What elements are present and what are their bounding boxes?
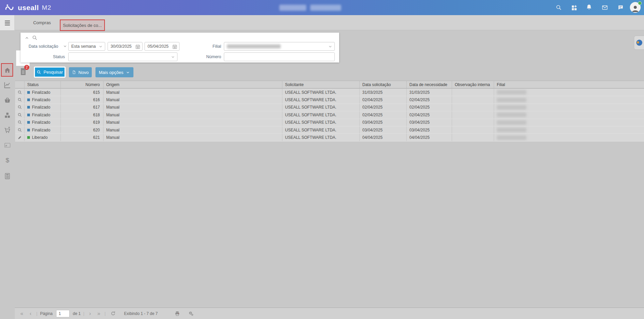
chevron-down-icon bbox=[126, 70, 130, 75]
column-filial[interactable]: Filial bbox=[494, 81, 644, 88]
annotation-basket-highlight bbox=[1, 63, 13, 77]
page-number-input[interactable]: 1 bbox=[56, 310, 70, 317]
status-select[interactable] bbox=[68, 52, 177, 61]
date-field-chevron-icon[interactable] bbox=[63, 44, 67, 48]
mail-icon[interactable] bbox=[601, 4, 608, 11]
chevron-down-icon bbox=[98, 44, 103, 49]
view-magnifier-icon[interactable] bbox=[17, 128, 22, 132]
filial-select[interactable] bbox=[224, 42, 335, 51]
printer-icon[interactable] bbox=[174, 311, 180, 316]
redacted-header-text-2 bbox=[310, 5, 341, 11]
table-row[interactable]: Finalizado 618 Manual USEALL SOFTWARE LT… bbox=[15, 111, 644, 119]
search-icon bbox=[37, 70, 41, 75]
redacted-filial-value bbox=[227, 44, 281, 48]
redacted-header-text-1 bbox=[279, 5, 306, 11]
table-header: Status Número Origem Solicitante Data so… bbox=[15, 81, 644, 88]
view-magnifier-icon[interactable] bbox=[17, 90, 22, 95]
status-square bbox=[27, 121, 30, 124]
calendar-icon[interactable] bbox=[172, 44, 177, 49]
new-document-icon bbox=[72, 70, 76, 75]
page-label: Página bbox=[40, 311, 52, 316]
date-field-selector[interactable]: Data solicitação bbox=[29, 42, 58, 51]
column-solicitante[interactable]: Solicitante bbox=[282, 81, 360, 88]
dollar-icon[interactable] bbox=[4, 157, 11, 164]
side-widget-button[interactable] bbox=[634, 36, 644, 50]
refresh-icon[interactable] bbox=[110, 311, 116, 316]
table-row[interactable]: Finalizado 615 Manual USEALL SOFTWARE LT… bbox=[15, 89, 644, 96]
edit-pencil-icon[interactable] bbox=[17, 135, 22, 140]
chart-icon[interactable] bbox=[4, 81, 11, 89]
table-row[interactable]: Finalizado 620 Manual USEALL SOFTWARE LT… bbox=[15, 126, 644, 134]
filter-panel: Data solicitação Esta semana 30/03/2025 … bbox=[21, 33, 339, 63]
filial-label: Filial bbox=[195, 42, 221, 51]
view-magnifier-icon[interactable] bbox=[17, 105, 22, 110]
status-square bbox=[27, 136, 30, 139]
pager-separator: | bbox=[83, 311, 84, 316]
chevron-down-icon bbox=[328, 44, 332, 49]
redacted-filial-cell bbox=[497, 98, 526, 102]
logo-text: useall bbox=[18, 4, 39, 12]
status-square bbox=[27, 129, 30, 131]
page-of-label: de 1 bbox=[73, 311, 81, 316]
date-from-input[interactable]: 30/03/2025 bbox=[108, 42, 143, 51]
collapse-chevron-up-icon[interactable] bbox=[25, 36, 29, 40]
view-magnifier-icon[interactable] bbox=[17, 113, 22, 117]
column-data-solicitacao[interactable]: Data solicitação bbox=[360, 81, 407, 88]
mais-opcoes-button[interactable]: Mais opções bbox=[95, 67, 133, 77]
view-magnifier-icon[interactable] bbox=[17, 97, 22, 102]
first-page-button[interactable]: « bbox=[17, 311, 26, 317]
view-magnifier-icon[interactable] bbox=[17, 120, 22, 125]
next-page-button[interactable]: › bbox=[86, 311, 94, 317]
pager-separator: | bbox=[36, 311, 37, 316]
tab-compras[interactable]: Compras bbox=[20, 15, 64, 30]
table-body: Finalizado 615 Manual USEALL SOFTWARE LT… bbox=[15, 89, 644, 142]
showing-label: Exibindo 1 - 7 de 7 bbox=[124, 311, 158, 316]
novo-button[interactable]: Novo bbox=[69, 67, 92, 77]
card-icon[interactable] bbox=[4, 142, 11, 149]
basket-icon[interactable] bbox=[4, 96, 11, 104]
status-label: Status bbox=[29, 52, 65, 61]
column-observacao-interna[interactable]: Observação interna bbox=[452, 81, 494, 88]
app-logo: useall M2 bbox=[5, 0, 51, 15]
column-status[interactable]: Status bbox=[25, 81, 61, 88]
date-to-input[interactable]: 05/04/2025 bbox=[145, 42, 179, 51]
table-row[interactable]: Finalizado 619 Manual USEALL SOFTWARE LT… bbox=[15, 119, 644, 126]
calculator-icon[interactable] bbox=[4, 172, 11, 180]
date-preset-select[interactable]: Esta semana bbox=[68, 42, 105, 51]
column-data-necessidade[interactable]: Data de necessidade bbox=[407, 81, 452, 88]
table-row[interactable]: Finalizado 616 Manual USEALL SOFTWARE LT… bbox=[15, 96, 644, 104]
redacted-filial-cell bbox=[497, 135, 526, 140]
cart-plus-icon[interactable] bbox=[4, 126, 11, 134]
status-square bbox=[27, 106, 30, 109]
column-origem[interactable]: Origem bbox=[104, 81, 282, 88]
redacted-filial-cell bbox=[497, 128, 526, 132]
tab-solicitacoes[interactable]: Solicitações de co... bbox=[60, 19, 105, 31]
last-page-button[interactable]: » bbox=[94, 311, 103, 317]
online-status-dot bbox=[638, 1, 642, 5]
calendar-icon[interactable] bbox=[135, 44, 140, 49]
status-square bbox=[27, 98, 30, 101]
column-numero[interactable]: Número bbox=[61, 81, 104, 88]
redacted-filial-cell bbox=[497, 90, 526, 94]
pagination-bar: « ‹ | Página 1 de 1 | › » | Exibindo 1 -… bbox=[15, 308, 644, 319]
pager-separator: | bbox=[105, 311, 106, 316]
menu-icon[interactable] bbox=[0, 15, 15, 30]
redacted-filial-cell bbox=[497, 120, 526, 125]
pending-count-badge: 2 bbox=[24, 65, 29, 70]
top-bar: useall M2 bbox=[0, 0, 644, 15]
pesquisar-button[interactable]: Pesquisar bbox=[34, 67, 66, 78]
search-icon[interactable] bbox=[555, 4, 562, 11]
prev-page-button[interactable]: ‹ bbox=[26, 311, 35, 317]
chat-icon[interactable] bbox=[617, 4, 624, 11]
cubes-icon[interactable] bbox=[4, 112, 11, 119]
bell-icon[interactable] bbox=[586, 4, 593, 11]
gears-settings-icon[interactable] bbox=[188, 311, 194, 316]
chevron-down-icon bbox=[171, 55, 175, 59]
logo-product: M2 bbox=[42, 4, 51, 11]
filter-search-icon[interactable] bbox=[32, 35, 38, 41]
apps-grid-icon[interactable] bbox=[570, 4, 577, 11]
table-row[interactable]: Liberado 621 Manual USEALL SOFTWARE LTDA… bbox=[15, 134, 644, 141]
numero-input[interactable] bbox=[224, 52, 335, 61]
table-row[interactable]: Finalizado 617 Manual USEALL SOFTWARE LT… bbox=[15, 104, 644, 111]
redacted-filial-cell bbox=[497, 105, 526, 110]
